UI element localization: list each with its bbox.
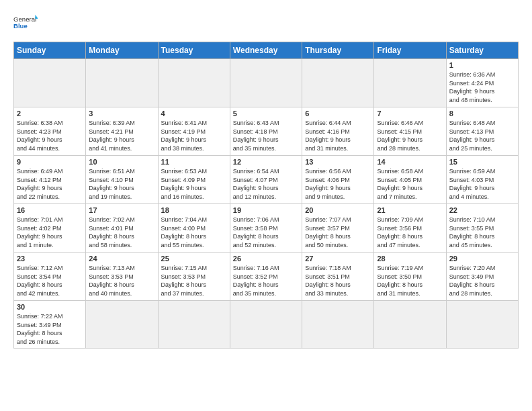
calendar-day-cell [374, 59, 446, 107]
day-number: 22 [449, 206, 515, 214]
day-number: 17 [89, 206, 154, 214]
day-number: 4 [161, 109, 227, 118]
day-number: 15 [449, 158, 515, 166]
day-info: Sunrise: 7:07 AM Sunset: 3:57 PM Dayligh… [305, 216, 371, 249]
day-number: 21 [377, 206, 443, 214]
day-info: Sunrise: 7:22 AM Sunset: 3:49 PM Dayligh… [17, 312, 83, 346]
day-info: Sunrise: 7:16 AM Sunset: 3:52 PM Dayligh… [233, 264, 299, 298]
calendar-day-cell: 25Sunrise: 7:15 AM Sunset: 3:53 PM Dayli… [158, 253, 230, 301]
calendar-day-cell [86, 301, 158, 349]
day-info: Sunrise: 7:09 AM Sunset: 3:56 PM Dayligh… [377, 216, 443, 249]
calendar-day-cell: 19Sunrise: 7:06 AM Sunset: 3:58 PM Dayli… [230, 204, 302, 253]
calendar-day-cell: 2Sunrise: 6:38 AM Sunset: 4:23 PM Daylig… [14, 107, 86, 156]
calendar-day-cell: 17Sunrise: 7:02 AM Sunset: 4:01 PM Dayli… [86, 204, 158, 253]
calendar-week-row: 23Sunrise: 7:12 AM Sunset: 3:54 PM Dayli… [14, 253, 519, 301]
day-number: 9 [17, 158, 83, 166]
header-thursday: Thursday [302, 42, 374, 59]
svg-text:Blue: Blue [13, 22, 28, 30]
calendar-day-cell [446, 301, 518, 349]
day-number: 3 [89, 109, 154, 118]
page: General Blue Sunday Monday Tuesday Wedne… [0, 0, 532, 411]
calendar-day-cell: 6Sunrise: 6:44 AM Sunset: 4:16 PM Daylig… [302, 107, 374, 156]
calendar-day-cell [158, 301, 230, 349]
calendar-day-cell: 20Sunrise: 7:07 AM Sunset: 3:57 PM Dayli… [302, 204, 374, 253]
day-info: Sunrise: 6:44 AM Sunset: 4:16 PM Dayligh… [305, 119, 371, 152]
day-info: Sunrise: 7:01 AM Sunset: 4:02 PM Dayligh… [17, 216, 83, 249]
header-section: General Blue [13, 11, 519, 35]
day-info: Sunrise: 6:36 AM Sunset: 4:24 PM Dayligh… [449, 71, 515, 104]
weekday-header-row: Sunday Monday Tuesday Wednesday Thursday… [14, 42, 519, 59]
calendar-week-row: 16Sunrise: 7:01 AM Sunset: 4:02 PM Dayli… [14, 204, 519, 253]
calendar-day-cell: 1Sunrise: 6:36 AM Sunset: 4:24 PM Daylig… [446, 59, 518, 107]
calendar-day-cell: 14Sunrise: 6:58 AM Sunset: 4:05 PM Dayli… [374, 156, 446, 204]
header-sunday: Sunday [14, 42, 86, 59]
day-number: 12 [233, 158, 299, 166]
calendar-day-cell: 22Sunrise: 7:10 AM Sunset: 3:55 PM Dayli… [446, 204, 518, 253]
calendar-table: Sunday Monday Tuesday Wednesday Thursday… [13, 42, 519, 349]
day-info: Sunrise: 7:06 AM Sunset: 3:58 PM Dayligh… [233, 216, 299, 249]
calendar-week-row: 2Sunrise: 6:38 AM Sunset: 4:23 PM Daylig… [14, 107, 519, 156]
day-number: 11 [161, 158, 227, 166]
calendar-day-cell: 13Sunrise: 6:56 AM Sunset: 4:06 PM Dayli… [302, 156, 374, 204]
day-info: Sunrise: 7:10 AM Sunset: 3:55 PM Dayligh… [449, 216, 515, 249]
calendar-day-cell [14, 59, 86, 107]
day-number: 16 [17, 206, 83, 214]
day-info: Sunrise: 6:43 AM Sunset: 4:18 PM Dayligh… [233, 119, 299, 152]
day-info: Sunrise: 6:39 AM Sunset: 4:21 PM Dayligh… [89, 119, 154, 152]
day-number: 18 [161, 206, 227, 214]
svg-text:General: General [13, 15, 36, 23]
day-info: Sunrise: 6:56 AM Sunset: 4:06 PM Dayligh… [305, 167, 371, 201]
day-info: Sunrise: 6:41 AM Sunset: 4:19 PM Dayligh… [161, 119, 227, 152]
day-number: 14 [377, 158, 443, 166]
day-number: 6 [305, 109, 371, 118]
day-number: 24 [89, 255, 154, 263]
calendar-day-cell: 30Sunrise: 7:22 AM Sunset: 3:49 PM Dayli… [14, 301, 86, 349]
day-info: Sunrise: 7:02 AM Sunset: 4:01 PM Dayligh… [89, 216, 154, 249]
calendar-day-cell [374, 301, 446, 349]
calendar-day-cell: 5Sunrise: 6:43 AM Sunset: 4:18 PM Daylig… [230, 107, 302, 156]
calendar-day-cell: 8Sunrise: 6:48 AM Sunset: 4:13 PM Daylig… [446, 107, 518, 156]
day-number: 26 [233, 255, 299, 263]
day-number: 28 [377, 255, 443, 263]
day-info: Sunrise: 6:49 AM Sunset: 4:12 PM Dayligh… [17, 167, 83, 201]
calendar-day-cell: 29Sunrise: 7:20 AM Sunset: 3:49 PM Dayli… [446, 253, 518, 301]
calendar-day-cell: 27Sunrise: 7:18 AM Sunset: 3:51 PM Dayli… [302, 253, 374, 301]
calendar-day-cell: 7Sunrise: 6:46 AM Sunset: 4:15 PM Daylig… [374, 107, 446, 156]
day-number: 27 [305, 255, 371, 263]
calendar-day-cell: 3Sunrise: 6:39 AM Sunset: 4:21 PM Daylig… [86, 107, 158, 156]
header-tuesday: Tuesday [158, 42, 230, 59]
calendar-day-cell: 26Sunrise: 7:16 AM Sunset: 3:52 PM Dayli… [230, 253, 302, 301]
calendar-day-cell [230, 301, 302, 349]
day-info: Sunrise: 6:38 AM Sunset: 4:23 PM Dayligh… [17, 119, 83, 152]
calendar-day-cell: 21Sunrise: 7:09 AM Sunset: 3:56 PM Dayli… [374, 204, 446, 253]
calendar-day-cell: 10Sunrise: 6:51 AM Sunset: 4:10 PM Dayli… [86, 156, 158, 204]
calendar-day-cell: 28Sunrise: 7:19 AM Sunset: 3:50 PM Dayli… [374, 253, 446, 301]
day-number: 7 [377, 109, 443, 118]
day-info: Sunrise: 7:15 AM Sunset: 3:53 PM Dayligh… [161, 264, 227, 298]
calendar-week-row: 30Sunrise: 7:22 AM Sunset: 3:49 PM Dayli… [14, 301, 519, 349]
calendar-day-cell [302, 59, 374, 107]
day-info: Sunrise: 6:58 AM Sunset: 4:05 PM Dayligh… [377, 167, 443, 201]
day-number: 29 [449, 255, 515, 263]
header-saturday: Saturday [446, 42, 518, 59]
calendar-day-cell [86, 59, 158, 107]
day-number: 5 [233, 109, 299, 118]
day-number: 25 [161, 255, 227, 263]
header-wednesday: Wednesday [230, 42, 302, 59]
generalblue-logo-icon: General Blue [13, 11, 38, 35]
calendar-day-cell: 9Sunrise: 6:49 AM Sunset: 4:12 PM Daylig… [14, 156, 86, 204]
day-info: Sunrise: 7:18 AM Sunset: 3:51 PM Dayligh… [305, 264, 371, 298]
day-info: Sunrise: 6:51 AM Sunset: 4:10 PM Dayligh… [89, 167, 154, 201]
day-info: Sunrise: 6:54 AM Sunset: 4:07 PM Dayligh… [233, 167, 299, 201]
calendar-day-cell: 11Sunrise: 6:53 AM Sunset: 4:09 PM Dayli… [158, 156, 230, 204]
logo: General Blue [13, 11, 38, 35]
day-number: 19 [233, 206, 299, 214]
day-number: 10 [89, 158, 154, 166]
calendar-day-cell [230, 59, 302, 107]
day-number: 2 [17, 109, 83, 118]
day-info: Sunrise: 7:04 AM Sunset: 4:00 PM Dayligh… [161, 216, 227, 249]
day-number: 1 [449, 61, 515, 69]
day-number: 13 [305, 158, 371, 166]
day-info: Sunrise: 6:48 AM Sunset: 4:13 PM Dayligh… [449, 119, 515, 152]
calendar-day-cell: 15Sunrise: 6:59 AM Sunset: 4:03 PM Dayli… [446, 156, 518, 204]
